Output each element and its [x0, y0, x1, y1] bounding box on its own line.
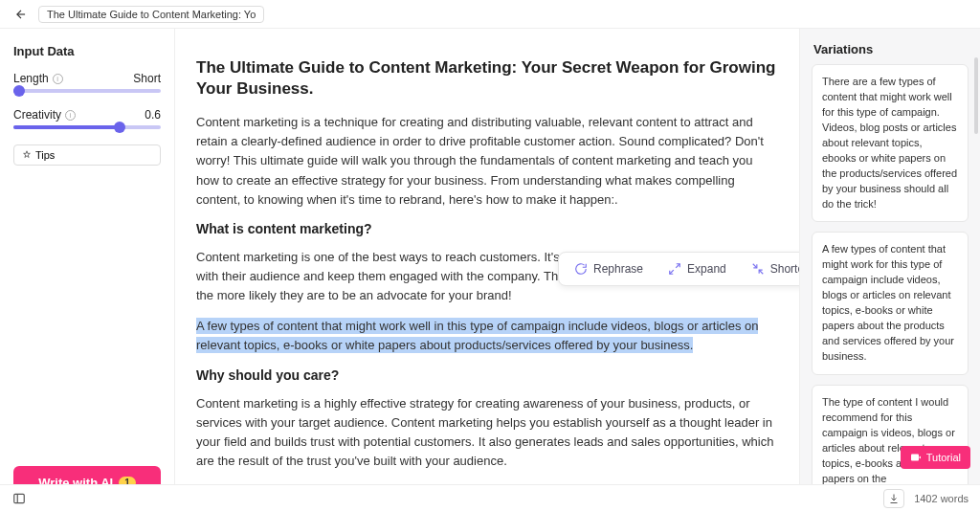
article-intro: Content marketing is a technique for cre…	[196, 113, 778, 210]
creativity-value: 0.6	[145, 108, 161, 122]
variations-list[interactable]: There are a few types of content that mi…	[800, 64, 980, 511]
creativity-slider[interactable]	[13, 125, 161, 129]
svg-rect-1	[14, 494, 25, 502]
variation-card[interactable]: A few types of content that might work f…	[812, 232, 969, 375]
shorten-button[interactable]: Shorten	[740, 256, 800, 281]
download-button[interactable]	[883, 489, 904, 508]
section-heading: What is content marketing?	[196, 221, 778, 236]
article-highlighted: A few types of content that might work w…	[196, 317, 778, 355]
article-para: Content marketing is a highly effective …	[196, 394, 778, 472]
svg-rect-0	[911, 455, 919, 461]
variations-heading: Variations	[800, 29, 980, 64]
creativity-label: Creativity	[13, 108, 61, 122]
variation-card[interactable]: There are a few types of content that mi…	[812, 64, 969, 222]
article-title: The Ultimate Guide to Content Marketing:…	[196, 57, 778, 100]
variations-panel: Variations There are a few types of cont…	[800, 29, 980, 511]
length-slider[interactable]	[13, 89, 161, 93]
expand-button[interactable]: Expand	[657, 256, 738, 281]
section-heading: Why should you care?	[196, 367, 778, 383]
scrollbar-thumb[interactable]	[974, 57, 978, 134]
info-icon[interactable]: i	[53, 74, 63, 84]
sidebar-heading: Input Data	[13, 44, 161, 58]
input-sidebar: Input Data Lengthi Short Creativityi 0.6	[0, 29, 175, 511]
status-bar: 1402 words	[0, 484, 980, 511]
back-button[interactable]	[11, 5, 31, 24]
length-value: Short	[133, 72, 161, 85]
panel-toggle-icon[interactable]	[11, 491, 27, 506]
info-icon[interactable]: i	[65, 110, 76, 121]
word-count: 1402 words	[914, 493, 969, 504]
editor-main[interactable]: The Ultimate Guide to Content Marketing:…	[175, 29, 800, 511]
length-label: Length	[13, 72, 49, 85]
document-title-input[interactable]: The Ultimate Guide to Content Marketing:…	[38, 6, 264, 23]
rephrase-button[interactable]: Rephrase	[563, 256, 655, 281]
tips-button[interactable]: Tips	[13, 144, 161, 166]
selection-toolbar: Rephrase Expand Shorten	[558, 252, 800, 286]
tutorial-button[interactable]: Tutorial	[901, 446, 970, 469]
